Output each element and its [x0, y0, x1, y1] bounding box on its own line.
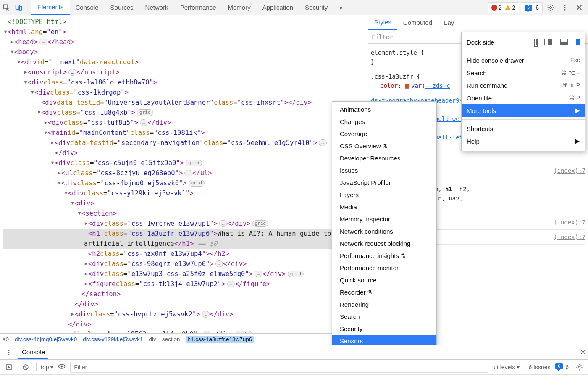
- menu-item[interactable]: Hide console drawerEsc: [462, 54, 585, 66]
- submenu-item[interactable]: Issues: [332, 164, 436, 176]
- dom-node[interactable]: ▼<div class="css-1u8g4xb">grid: [3, 108, 368, 118]
- dock-undock-icon[interactable]: [536, 39, 545, 45]
- dom-node[interactable]: ▼<div class="css-1wl86lo etbb8w70">: [3, 77, 368, 87]
- submenu-item[interactable]: Network conditions: [332, 225, 436, 237]
- submenu-item[interactable]: Coverage: [332, 128, 436, 140]
- dom-node[interactable]: </div>: [3, 148, 368, 158]
- dom-node[interactable]: ▼<div>: [3, 198, 368, 208]
- drawer-close-button[interactable]: ×: [580, 347, 585, 357]
- dom-node[interactable]: ▶<head>…</head>: [3, 37, 368, 47]
- submenu-item[interactable]: CSS Overview ⚗: [332, 140, 436, 152]
- dom-node[interactable]: ▶<figure class="css-tkl3j4 e13w7up2">…</…: [3, 279, 368, 289]
- submenu-item[interactable]: Developer Resources: [332, 152, 436, 164]
- expand-triangle-icon[interactable]: ▼: [37, 108, 41, 118]
- dom-node[interactable]: ▶<div class="css-98egrz e13w7up0">…</div…: [3, 259, 368, 269]
- console-clear-button[interactable]: [19, 360, 32, 374]
- grid-badge[interactable]: grid: [189, 180, 205, 187]
- expand-triangle-icon[interactable]: ▼: [30, 87, 34, 97]
- ellipsis-badge[interactable]: …: [319, 139, 327, 146]
- expand-triangle-icon[interactable]: ▶: [50, 138, 55, 148]
- dock-bottom-icon[interactable]: [560, 39, 568, 45]
- more-menu-button[interactable]: [559, 0, 571, 15]
- expand-triangle-icon[interactable]: ▼: [44, 128, 48, 138]
- submenu-item[interactable]: Rendering: [332, 298, 436, 310]
- drawer-tab-console[interactable]: Console: [18, 345, 48, 359]
- submenu-item[interactable]: Security: [332, 323, 436, 335]
- console-settings-button[interactable]: [573, 360, 585, 374]
- dom-node[interactable]: ▶<div class="css-18562gg e1k4zq0k0">…</d…: [3, 329, 368, 333]
- menu-item[interactable]: Search⌘ ⌥ F: [462, 66, 585, 79]
- ellipsis-badge[interactable]: …: [215, 260, 223, 267]
- bc-item[interactable]: a0: [3, 336, 9, 342]
- dom-node[interactable]: ▼<div class="css-1kdrgop">: [3, 87, 368, 97]
- dom-node[interactable]: ▶<div class="css-tuf8u5">…</div>: [3, 118, 368, 128]
- dom-node[interactable]: ▼<main id="mainContent" class="css-1081i…: [3, 128, 368, 138]
- submenu-item[interactable]: Sensors: [332, 335, 436, 345]
- submenu-item[interactable]: Search: [332, 310, 436, 323]
- menu-item[interactable]: Help▶: [462, 135, 585, 147]
- bc-item[interactable]: div: [149, 336, 156, 342]
- submenu-item[interactable]: Animations: [332, 103, 436, 116]
- ellipsis-badge[interactable]: …: [68, 69, 76, 76]
- drawer-kebab[interactable]: [3, 345, 15, 359]
- submenu-item[interactable]: Layers: [332, 189, 436, 201]
- menu-item[interactable]: More tools▶: [462, 104, 585, 117]
- submenu-item[interactable]: Quick source: [332, 274, 436, 286]
- ellipsis-badge[interactable]: …: [202, 311, 210, 318]
- tab-network[interactable]: Network: [139, 0, 174, 15]
- dock-right-icon[interactable]: [572, 39, 580, 45]
- expand-triangle-icon[interactable]: ▶: [84, 279, 88, 289]
- grid-badge[interactable]: grid: [186, 160, 202, 166]
- tab-console[interactable]: Console: [70, 0, 105, 15]
- device-toggle-button[interactable]: [13, 0, 25, 15]
- messages-count[interactable]: 6 6: [521, 2, 543, 13]
- dom-node[interactable]: ▼<div id="__next" data-reactroot>: [3, 57, 368, 67]
- submenu-item[interactable]: Performance insights ⚗: [332, 250, 436, 262]
- styles-tab-computed[interactable]: Computed: [397, 15, 438, 30]
- ellipsis-badge[interactable]: …: [255, 271, 262, 277]
- ellipsis-badge[interactable]: …: [39, 39, 47, 45]
- console-issues[interactable]: 6 Issues: 6 6: [528, 363, 569, 371]
- expand-triangle-icon[interactable]: ▼: [24, 77, 28, 87]
- dock-left-icon[interactable]: [548, 39, 556, 45]
- expand-triangle-icon[interactable]: ▼: [77, 208, 81, 218]
- expand-triangle-icon[interactable]: ▼: [57, 178, 61, 188]
- ellipsis-badge[interactable]: …: [140, 119, 148, 126]
- expand-triangle-icon[interactable]: ▶: [71, 309, 75, 319]
- dom-node[interactable]: ▶<noscript>…</noscript>: [3, 67, 368, 77]
- eye-icon[interactable]: [58, 362, 66, 372]
- submenu-item[interactable]: JavaScript Profiler: [332, 176, 436, 189]
- inspect-element-button[interactable]: [0, 0, 13, 15]
- dom-node[interactable]: ▶<div class="e13w7up3 css-a25f0z e1mwe5d…: [3, 269, 368, 279]
- tab-application[interactable]: Application: [257, 0, 299, 15]
- expand-triangle-icon[interactable]: ▶: [84, 218, 88, 229]
- dom-node[interactable]: </div>: [3, 319, 368, 329]
- submenu-item[interactable]: Media: [332, 201, 436, 213]
- dom-node[interactable]: ▼<div class="css-y129ki ej5wsvk1">: [3, 188, 368, 198]
- expand-triangle-icon[interactable]: ▶: [84, 269, 88, 279]
- tab-elements[interactable]: Elements: [32, 0, 70, 15]
- bc-item[interactable]: section: [162, 336, 180, 342]
- expand-triangle-icon[interactable]: ▶: [10, 37, 14, 47]
- expand-triangle-icon[interactable]: ▼: [71, 198, 75, 208]
- submenu-item[interactable]: Network request blocking: [332, 237, 436, 250]
- expand-triangle-icon[interactable]: ▶: [44, 118, 48, 128]
- expand-triangle-icon[interactable]: ▼: [10, 47, 14, 57]
- expand-triangle-icon[interactable]: ▼: [17, 57, 21, 67]
- submenu-item[interactable]: Changes: [332, 116, 436, 128]
- menu-item[interactable]: Run command⌘ ⇧ P: [462, 79, 585, 92]
- ellipsis-badge[interactable]: …: [227, 281, 235, 287]
- grid-badge[interactable]: grid: [252, 220, 269, 227]
- dom-node[interactable]: <h2 class="css-hzx0nf e13w7up4"></h2>: [3, 249, 368, 259]
- bc-item[interactable]: div.css-y129ki.ej5wsvk1: [83, 336, 143, 342]
- tab-overflow[interactable]: »: [333, 0, 349, 15]
- dom-node[interactable]: ▶<div class="css-1wrcrwe e13w7up1">…</di…: [3, 218, 368, 229]
- expand-triangle-icon[interactable]: ▶: [57, 168, 61, 178]
- ellipsis-badge[interactable]: …: [184, 170, 192, 176]
- tab-performance[interactable]: Performance: [174, 0, 222, 15]
- console-levels-selector[interactable]: ult levels ▾: [492, 364, 520, 371]
- expand-triangle-icon[interactable]: ▼: [50, 158, 55, 168]
- breadcrumb-trail[interactable]: a0 div.css-4bjmq0.ej5wsvk0 div.css-y129k…: [0, 333, 368, 345]
- menu-item[interactable]: Shortcuts: [462, 122, 585, 135]
- dom-tree[interactable]: <!DOCTYPE html>▼<html lang="en">▶<head>……: [0, 15, 368, 333]
